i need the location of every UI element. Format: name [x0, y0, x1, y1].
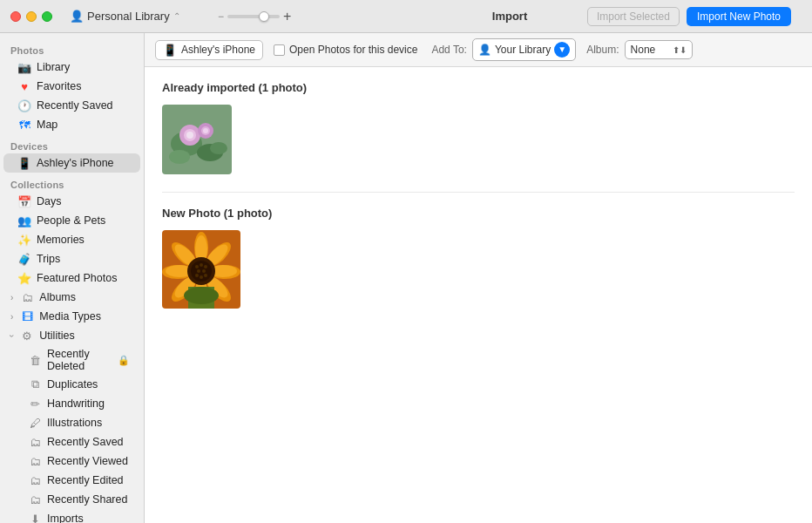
- zoom-control[interactable]: − +: [218, 9, 291, 24]
- zoom-minus-icon: −: [218, 10, 224, 23]
- library-dropdown[interactable]: 👤 Your Library ▼: [472, 38, 576, 61]
- titlebar: 👤 Personal Library ⌃ − + Import Import S…: [0, 0, 812, 33]
- sidebar-item-iphone[interactable]: 📱 Ashley's iPhone: [3, 153, 140, 173]
- svg-point-36: [200, 275, 203, 279]
- sidebar-item-label: Recently Shared: [47, 493, 127, 506]
- lock-icon: 🔒: [118, 355, 130, 366]
- already-imported-grid: [162, 105, 795, 174]
- sidebar-item-map[interactable]: 🗺 Map: [3, 115, 140, 134]
- svg-point-39: [184, 287, 219, 304]
- import-selected-button[interactable]: Import Selected: [587, 7, 680, 26]
- library-selector[interactable]: 👤 Personal Library ⌃: [70, 10, 180, 24]
- sidebar-item-recently-shared[interactable]: 🗂 Recently Shared: [3, 490, 140, 509]
- import-new-photo-button[interactable]: Import New Photo: [687, 7, 791, 26]
- svg-point-34: [202, 269, 206, 273]
- recently-saved-icon: 🕐: [17, 98, 31, 112]
- sidebar: Photos 📷 Library ♥ Favorites 🕐 Recently …: [0, 33, 145, 523]
- sidebar-item-label: Duplicates: [47, 378, 98, 391]
- sidebar-item-recently-saved[interactable]: 🕐 Recently Saved: [3, 96, 140, 115]
- close-button[interactable]: [10, 11, 21, 22]
- sidebar-item-illustrations[interactable]: 🖊 Illustrations: [3, 413, 140, 432]
- imported-photo-1-image: [162, 105, 232, 174]
- svg-point-9: [169, 150, 190, 164]
- sidebar-item-label: Recently Saved: [37, 99, 113, 112]
- photos-section-header: Photos: [0, 38, 144, 58]
- sidebar-item-people-pets[interactable]: 👥 People & Pets: [3, 211, 140, 230]
- illustrations-icon: 🖊: [28, 416, 42, 430]
- sidebar-item-label: Recently Saved: [47, 436, 124, 448]
- new-photo-1[interactable]: [162, 230, 240, 309]
- days-icon: 📅: [17, 194, 31, 208]
- zoom-plus-icon: +: [283, 9, 291, 24]
- sidebar-item-days[interactable]: 📅 Days: [3, 192, 140, 211]
- sidebar-item-utilities[interactable]: › ⚙ Utilities: [3, 326, 140, 345]
- open-photos-checkbox[interactable]: [274, 44, 285, 56]
- album-dropdown[interactable]: None ⬆⬇: [625, 40, 694, 59]
- featured-photos-icon: ⭐: [17, 271, 31, 285]
- svg-point-37: [204, 274, 207, 277]
- sidebar-item-recently-deleted[interactable]: 🗑 Recently Deleted 🔒: [3, 345, 140, 375]
- library-dropdown-value: Your Library: [495, 44, 551, 56]
- sidebar-item-label: Library: [37, 61, 70, 73]
- library-name: Personal Library: [87, 10, 170, 23]
- recently-edited-icon: 🗂: [28, 473, 42, 487]
- sidebar-item-label: Recently Viewed: [47, 455, 128, 467]
- sidebar-item-recently-edited[interactable]: 🗂 Recently Edited: [3, 471, 140, 490]
- imported-photo-1[interactable]: [162, 105, 232, 174]
- zoom-thumb: [259, 11, 269, 22]
- sidebar-item-label: Memories: [37, 234, 85, 246]
- sidebar-item-recently-saved-util[interactable]: 🗂 Recently Saved: [3, 432, 140, 452]
- open-photos-text: Open Photos for this device: [289, 44, 417, 56]
- new-photo-title: New Photo (1 photo): [162, 207, 795, 220]
- sidebar-item-favorites[interactable]: ♥ Favorites: [3, 77, 140, 96]
- minimize-button[interactable]: [26, 11, 37, 22]
- open-photos-option[interactable]: Open Photos for this device: [274, 44, 417, 56]
- library-person-icon: 👤: [478, 44, 491, 56]
- sidebar-section-collections: Collections 📅 Days 👥 People & Pets ✨ Mem…: [0, 173, 144, 326]
- sidebar-item-imports[interactable]: ⬇ Imports: [3, 509, 140, 523]
- sidebar-item-label: Recently Deleted: [47, 348, 112, 372]
- down-arrow-icon: ▼: [558, 45, 566, 54]
- recently-saved-util-icon: 🗂: [28, 435, 42, 449]
- app-body: Photos 📷 Library ♥ Favorites 🕐 Recently …: [0, 33, 812, 523]
- maximize-button[interactable]: [42, 11, 52, 22]
- sidebar-item-label: Imports: [47, 513, 84, 523]
- sidebar-item-label: Utilities: [39, 329, 74, 342]
- trash-icon: 🗑: [28, 353, 42, 367]
- zoom-slider[interactable]: [227, 15, 280, 18]
- svg-point-8: [203, 128, 208, 133]
- new-photo-1-image: [162, 230, 240, 309]
- titlebar-right: Import Selected Import New Photo: [587, 7, 802, 26]
- sidebar-item-duplicates[interactable]: ⧉ Duplicates: [3, 375, 140, 394]
- sidebar-item-recently-viewed[interactable]: 🗂 Recently Viewed: [3, 452, 140, 471]
- sidebar-item-library[interactable]: 📷 Library: [3, 58, 140, 77]
- sidebar-item-label: Handwriting: [47, 397, 105, 410]
- svg-point-5: [186, 132, 193, 139]
- sidebar-item-label: Days: [37, 195, 61, 207]
- add-to-label: Add To:: [431, 44, 466, 56]
- add-to-section: Add To: 👤 Your Library ▼: [431, 38, 576, 61]
- svg-point-10: [210, 142, 227, 154]
- import-toolbar: 📱 Ashley's iPhone Open Photos for this d…: [145, 33, 812, 67]
- device-tab-label: Ashley's iPhone: [181, 44, 255, 56]
- trips-icon: 🧳: [17, 252, 31, 266]
- new-photo-grid: [162, 230, 795, 309]
- sidebar-item-trips[interactable]: 🧳 Trips: [3, 249, 140, 268]
- sidebar-item-label: Favorites: [37, 80, 81, 92]
- sidebar-item-memories[interactable]: ✨ Memories: [3, 230, 140, 249]
- sidebar-item-handwriting[interactable]: ✏ Handwriting: [3, 394, 140, 413]
- chevron-icon: ⌃: [173, 11, 180, 21]
- imports-icon: ⬇: [28, 512, 42, 523]
- map-icon: 🗺: [17, 118, 31, 132]
- sidebar-item-media-types[interactable]: › 🎞 Media Types: [3, 307, 140, 326]
- media-types-expand-icon: ›: [10, 312, 13, 322]
- sidebar-item-featured-photos[interactable]: ⭐ Featured Photos: [3, 268, 140, 288]
- sidebar-item-albums[interactable]: › 🗂 Albums: [3, 288, 140, 307]
- sidebar-header: 👤 Personal Library ⌃: [63, 10, 207, 24]
- device-tab[interactable]: 📱 Ashley's iPhone: [155, 40, 263, 60]
- already-imported-section: Already imported (1 photo): [162, 81, 795, 174]
- collections-section-header: Collections: [0, 173, 144, 192]
- main-content: 📱 Ashley's iPhone Open Photos for this d…: [145, 33, 812, 523]
- svg-point-31: [200, 263, 203, 267]
- album-dropdown-arrow-icon: ⬆⬇: [673, 45, 687, 55]
